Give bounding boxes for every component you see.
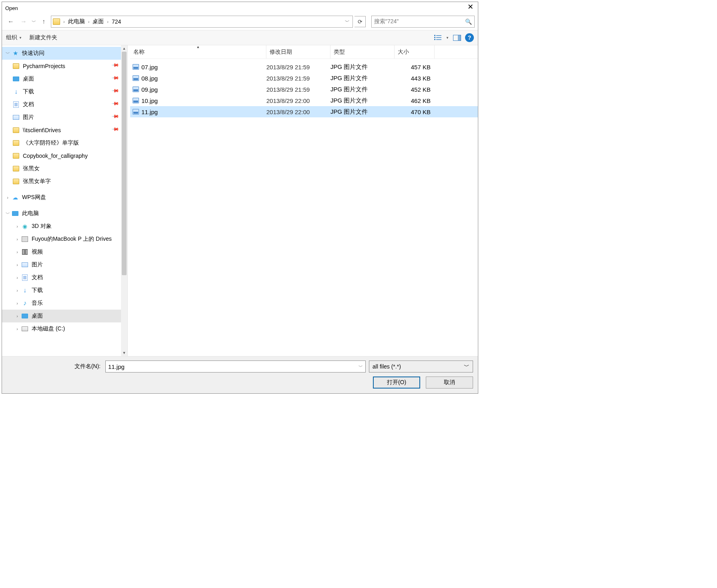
desktop-icon — [13, 77, 19, 81]
tree-music[interactable]: › ♪ 音乐 — [2, 297, 121, 310]
close-icon[interactable]: ✕ — [467, 3, 474, 10]
tree-pictures2[interactable]: › 图片 — [2, 258, 121, 271]
scroll-down-icon[interactable]: ▼ — [121, 350, 127, 356]
file-row[interactable]: 10.jpg2013/8/29 22:00JPG 图片文件462 KB — [130, 95, 478, 106]
chevron-right-icon[interactable]: › — [14, 250, 20, 254]
folder-icon — [13, 179, 19, 184]
up-button[interactable]: ↑ — [38, 16, 49, 27]
chevron-right-icon[interactable]: › — [14, 224, 20, 229]
cancel-button[interactable]: 取消 — [426, 377, 473, 389]
file-row[interactable]: 09.jpg2013/8/29 21:59JPG 图片文件452 KB — [130, 84, 478, 95]
tree-label: Fuyou的MacBook P 上的 Drives — [32, 236, 121, 243]
scrollbar-track[interactable] — [121, 52, 127, 350]
breadcrumb-thispc[interactable]: 此电脑 — [68, 18, 85, 25]
tree-thispc[interactable]: ﹀ 此电脑 — [2, 207, 121, 220]
preview-pane-button[interactable] — [453, 34, 461, 41]
address-dropdown-icon[interactable]: ﹀ — [344, 18, 351, 25]
column-date-label: 修改日期 — [270, 48, 292, 56]
filetype-filter[interactable]: all files (*.*) ﹀ — [369, 360, 473, 373]
tree-documents2[interactable]: › 文档 — [2, 271, 121, 284]
column-name[interactable]: ▲ 名称 — [130, 45, 266, 58]
file-row[interactable]: 07.jpg2013/8/29 21:59JPG 图片文件457 KB — [130, 61, 478, 72]
navigation-pane: ﹀ ★ 快速访问 PycharmProjects 📌 桌面 📌 — [2, 45, 128, 356]
chevron-down-icon[interactable]: ﹀ — [464, 363, 469, 370]
chevron-right-icon[interactable]: › — [14, 301, 20, 306]
pictures-icon — [13, 115, 19, 120]
disk-icon — [22, 326, 28, 331]
tree-book1[interactable]: 《大字阴符经》单字版 — [2, 137, 121, 149]
cancel-button-label: 取消 — [444, 379, 455, 386]
tree-copybook[interactable]: Copybook_for_calligraphy — [2, 149, 121, 162]
column-date[interactable]: 修改日期 — [266, 45, 330, 58]
chevron-right-icon[interactable]: › — [4, 195, 11, 200]
organize-menu[interactable]: 组织 ▼ — [6, 34, 22, 41]
tree-zhang1[interactable]: 张黑女 — [2, 162, 121, 175]
refresh-button[interactable]: ⟳ — [354, 16, 366, 27]
tree-label: 桌面 — [23, 75, 111, 83]
chevron-down-icon[interactable]: ﹀ — [4, 50, 11, 56]
help-icon[interactable]: ? — [465, 33, 474, 42]
chevron-right-icon[interactable]: › — [14, 326, 20, 331]
tree-label: 音乐 — [32, 300, 121, 307]
file-row[interactable]: 08.jpg2013/8/29 21:59JPG 图片文件443 KB — [130, 72, 478, 84]
search-input[interactable]: 搜索"724" 🔍 — [371, 16, 475, 28]
file-row[interactable]: 11.jpg2013/8/29 22:00JPG 图片文件470 KB — [130, 106, 478, 117]
tree-pycharm[interactable]: PycharmProjects 📌 — [2, 60, 121, 72]
chevron-right-icon[interactable]: › — [14, 288, 20, 293]
address-bar[interactable]: › 此电脑 › 桌面 › 724 ﹀ — [51, 16, 353, 28]
svg-rect-0 — [434, 35, 435, 36]
chevron-right-icon[interactable]: › — [14, 237, 20, 242]
scrollbar-thumb[interactable] — [122, 52, 127, 275]
tree-zhang2[interactable]: 张黑女单字 — [2, 175, 121, 188]
forward-button[interactable]: → — [18, 16, 29, 27]
file-rows: 07.jpg2013/8/29 21:59JPG 图片文件457 KB08.jp… — [130, 59, 478, 356]
file-type: JPG 图片文件 — [330, 86, 395, 93]
history-dropdown[interactable]: ﹀ — [31, 19, 36, 25]
view-options-button[interactable] — [434, 34, 442, 41]
tree-diskc[interactable]: › 本地磁盘 (C:) — [2, 322, 121, 335]
pin-icon: 📌 — [111, 74, 121, 84]
tree-downloads[interactable]: ↓ 下载 📌 — [2, 85, 121, 98]
tree-pictures[interactable]: 图片 📌 — [2, 111, 121, 124]
tree-downloads2[interactable]: › ↓ 下载 — [2, 284, 121, 297]
filename-input[interactable]: 11.jpg ﹀ — [105, 360, 366, 373]
chevron-right-icon[interactable]: › — [14, 275, 20, 280]
svg-rect-1 — [434, 37, 435, 38]
column-size[interactable]: 大小 — [395, 45, 435, 58]
file-type: JPG 图片文件 — [330, 75, 395, 82]
column-type[interactable]: 类型 — [330, 45, 395, 58]
chevron-right-icon[interactable]: › — [14, 262, 20, 267]
tree-3d[interactable]: › ◉ 3D 对象 — [2, 220, 121, 233]
scroll-up-icon[interactable]: ▲ — [121, 45, 127, 52]
tree-label: 快速访问 — [22, 50, 121, 57]
chevron-right-icon[interactable]: › — [14, 314, 20, 318]
chevron-down-icon[interactable]: ﹀ — [4, 211, 11, 217]
tree-label: 图片 — [32, 261, 121, 268]
file-size: 462 KB — [395, 97, 435, 104]
tree-quick-access[interactable]: ﹀ ★ 快速访问 — [2, 47, 121, 60]
netdrive-icon — [22, 236, 28, 242]
tree-documents[interactable]: 文档 📌 — [2, 98, 121, 111]
open-button[interactable]: 打开(O) — [373, 377, 420, 389]
sidebar-scrollbar[interactable]: ▲ ▼ — [121, 45, 127, 356]
tree-wps[interactable]: › ☁ WPS网盘 — [2, 191, 121, 204]
image-file-icon — [133, 64, 139, 70]
file-list-pane: ▲ 名称 修改日期 类型 大小 07.jpg2013/8/29 21:59JPG… — [128, 45, 478, 356]
tree-desktop[interactable]: 桌面 📌 — [2, 72, 121, 85]
tree-tsclient[interactable]: \\tsclient\Drives 📌 — [2, 124, 121, 137]
documents-icon — [13, 101, 19, 108]
breadcrumb-folder[interactable]: 724 — [112, 18, 121, 25]
tree-label: 文档 — [23, 101, 111, 108]
new-folder-button[interactable]: 新建文件夹 — [29, 34, 57, 41]
breadcrumb-desktop[interactable]: 桌面 — [93, 18, 104, 25]
tree-videos[interactable]: › 视频 — [2, 246, 121, 258]
tree-label: 张黑女 — [23, 165, 121, 172]
file-name: 07.jpg — [141, 64, 158, 70]
chevron-down-icon[interactable]: ﹀ — [358, 364, 363, 370]
tree-label: 此电脑 — [22, 210, 121, 217]
chevron-down-icon[interactable]: ▼ — [446, 36, 449, 40]
back-button[interactable]: ← — [5, 16, 16, 27]
image-file-icon — [133, 75, 139, 81]
tree-desktop2[interactable]: › 桌面 — [2, 310, 121, 322]
tree-macdrives[interactable]: › Fuyou的MacBook P 上的 Drives — [2, 233, 121, 246]
